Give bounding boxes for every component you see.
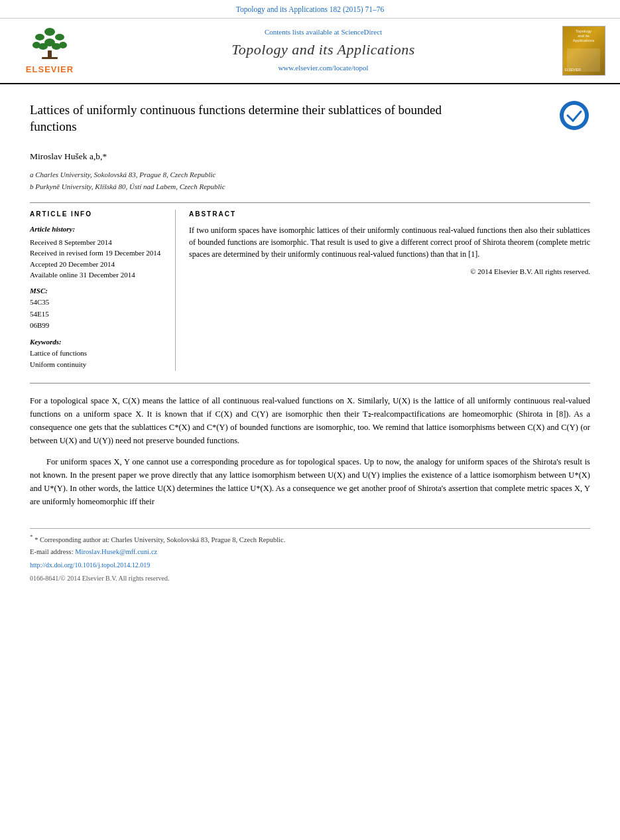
sciencedirect-line: Contents lists available at ScienceDirec… (93, 27, 554, 38)
abstract-copyright: © 2014 Elsevier B.V. All rights reserved… (189, 267, 590, 277)
authors-line: Miroslav Hušek a,b,* (30, 150, 590, 163)
available-date: Available online 31 December 2014 (30, 269, 165, 281)
journal-url[interactable]: www.elsevier.com/locate/topol (93, 63, 554, 74)
corresponding-author-note: * * Corresponding author at: Charles Uni… (30, 533, 590, 545)
affiliation-a-text: a Charles University, Sokolovská 83, Pra… (30, 169, 216, 181)
journal-header: ELSEVIER Contents lists available at Sci… (0, 19, 620, 84)
revised-date: Received in revised form 19 December 201… (30, 247, 165, 259)
affiliations: a Charles University, Sokolovská 83, Pra… (30, 169, 590, 192)
msc-3: 06B99 (30, 320, 165, 332)
abstract-text: If two uniform spaces have isomorphic la… (189, 224, 590, 260)
keyword-1: Lattice of functions (30, 348, 165, 360)
affiliation-a: a Charles University, Sokolovská 83, Pra… (30, 169, 590, 181)
accepted-date: Accepted 20 December 2014 (30, 259, 165, 270)
svg-rect-10 (42, 57, 58, 59)
msc-section: MSC: 54C35 54E15 06B99 (30, 286, 165, 332)
msc-label: MSC: (30, 286, 165, 297)
doi-link[interactable]: http://dx.doi.org/10.1016/j.topol.2014.1… (30, 561, 150, 569)
body-paragraph-2: For uniform spaces X, Y one cannot use a… (30, 455, 590, 508)
elsevier-brand-text: ELSEVIER (26, 64, 74, 76)
journal-title: Topology and its Applications (93, 39, 554, 60)
title-row: Lattices of uniformly continuous functio… (30, 96, 590, 143)
history-label: Article history: (30, 224, 165, 235)
author-name: Miroslav Hušek a,b,* (30, 151, 107, 161)
footer-copyright: 0166-8641/© 2014 Elsevier B.V. All right… (30, 574, 590, 584)
contents-label: Contents lists available at (265, 28, 340, 36)
journal-center-info: Contents lists available at ScienceDirec… (93, 27, 554, 74)
journal-reference: Topology and its Applications 182 (2015)… (236, 5, 384, 13)
footer-bottom: http://dx.doi.org/10.1016/j.topol.2014.1… (30, 561, 590, 571)
corresponding-note-text: * Corresponding author at: Charles Unive… (34, 535, 285, 543)
received-date: Received 8 September 2014 (30, 237, 165, 248)
sciencedirect-link[interactable]: ScienceDirect (341, 28, 382, 36)
page: Topology and its Applications 182 (2015)… (0, 0, 620, 840)
msc-2: 54E15 (30, 309, 165, 320)
author-email-link[interactable]: Miroslav.Husek@mff.cuni.cz (75, 548, 157, 555)
info-abstract-row: ARTICLE INFO Article history: Received 8… (30, 210, 590, 371)
article-info-heading: ARTICLE INFO (30, 210, 165, 220)
svg-point-2 (35, 34, 44, 40)
page-footer: * * Corresponding author at: Charles Uni… (30, 528, 590, 584)
svg-point-8 (44, 38, 55, 46)
abstract-heading: ABSTRACT (189, 210, 590, 220)
cover-image: Topology and its Applications ELSEVIER (562, 26, 605, 76)
abstract-panel: ABSTRACT If two uniform spaces have isom… (189, 210, 590, 371)
cover-title-text: Topology and its Applications (573, 29, 594, 44)
copyright-text: 0166-8641/© 2014 Elsevier B.V. All right… (30, 575, 169, 582)
affiliation-b: b Purkyně University, Klíšská 80, Ústí n… (30, 181, 590, 193)
article-body: For a topological space X, C(X) means th… (30, 383, 590, 508)
journal-reference-bar: Topology and its Applications 182 (2015)… (0, 0, 620, 19)
journal-cover-thumbnail: Topology and its Applications ELSEVIER (560, 26, 607, 76)
article-content: Lattices of uniformly continuous functio… (0, 84, 620, 528)
article-title: Lattices of uniformly continuous functio… (30, 102, 450, 135)
keyword-2: Uniform continuity (30, 359, 165, 371)
email-note: E-mail address: Miroslav.Husek@mff.cuni.… (30, 547, 590, 557)
msc-1: 54C35 (30, 297, 165, 309)
star-icon: * (30, 533, 33, 540)
keywords-label: Keywords: (30, 337, 165, 348)
keywords-section: Keywords: Lattice of functions Uniform c… (30, 337, 165, 371)
body-paragraph-1: For a topological space X, C(X) means th… (30, 394, 590, 447)
email-label-text: E-mail address: (30, 548, 74, 555)
svg-point-3 (55, 34, 64, 40)
elsevier-logo-area: ELSEVIER (13, 25, 86, 76)
article-info-panel: ARTICLE INFO Article history: Received 8… (30, 210, 176, 371)
crossmark-icon[interactable] (558, 100, 590, 131)
header-divider (30, 202, 590, 203)
svg-point-1 (44, 28, 55, 36)
affiliation-b-text: b Purkyně University, Klíšská 80, Ústí n… (30, 181, 225, 193)
elsevier-tree-icon (30, 25, 70, 62)
